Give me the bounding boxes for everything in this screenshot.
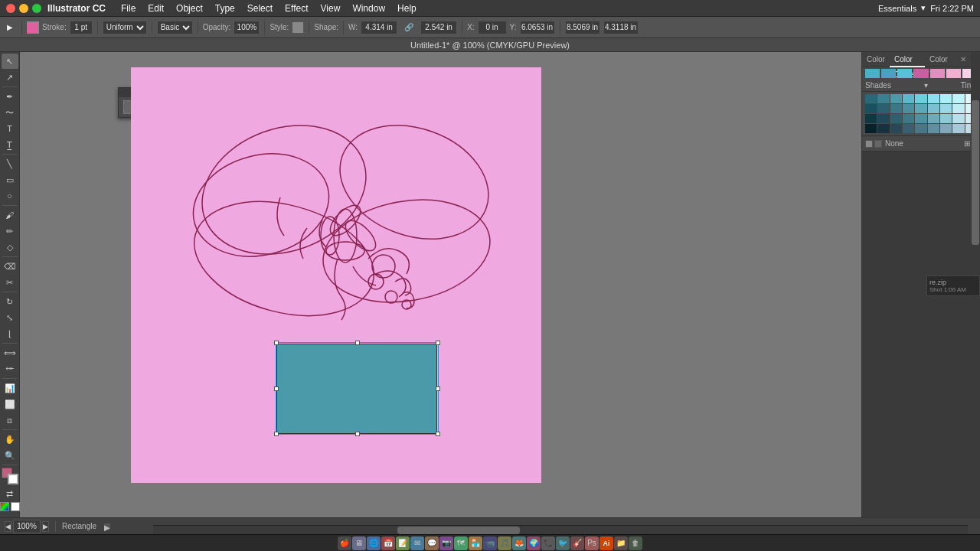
shade-29[interactable] (890, 124, 902, 133)
tb-h2-value[interactable] (603, 21, 639, 34)
h-scroll-bottom[interactable] (153, 525, 968, 534)
dock-chrome[interactable]: 🌍 (527, 536, 541, 550)
minimize-button[interactable] (19, 4, 28, 13)
shade-4[interactable] (915, 94, 926, 103)
swatch-1[interactable] (865, 69, 880, 78)
maximize-button[interactable] (32, 4, 41, 13)
swatch-4[interactable] (913, 69, 928, 78)
panel-icon2[interactable] (874, 140, 882, 148)
tb-opacity-value[interactable] (234, 21, 260, 34)
v-scroll-thumb[interactable] (972, 100, 979, 245)
tb-width-value[interactable] (361, 21, 397, 34)
dock-finder[interactable]: 🍎 (338, 536, 351, 550)
tb-stroke-width[interactable] (70, 21, 93, 34)
tool-width[interactable]: ⟺ (2, 345, 18, 360)
tool-direct-select[interactable]: ↗ (2, 70, 18, 85)
zoom-out-btn[interactable]: ◀ (5, 521, 11, 532)
tool-rotate[interactable]: ↻ (2, 294, 18, 309)
shade-14[interactable] (928, 104, 939, 113)
tool-hand[interactable]: ✋ (2, 432, 18, 447)
shade-2[interactable] (890, 94, 902, 103)
status-arrow[interactable]: ▶ (104, 523, 110, 530)
menu-edit[interactable]: Edit (142, 0, 170, 17)
dock-mail[interactable]: ✉ (410, 536, 424, 550)
shade-16[interactable] (952, 104, 964, 113)
dock-notes[interactable]: 📝 (396, 536, 410, 550)
h-scroll-bottom-thumb[interactable] (397, 527, 520, 534)
shade-22[interactable] (915, 114, 926, 123)
shade-32[interactable] (928, 124, 939, 133)
tool-rect[interactable]: ▭ (2, 172, 18, 187)
fill-stroke-colors[interactable] (2, 468, 18, 484)
dock-music[interactable]: 🎵 (498, 536, 511, 550)
shade-30[interactable] (903, 124, 914, 133)
tool-type[interactable]: T (2, 121, 18, 136)
tool-scale[interactable]: ⤡ (2, 310, 18, 325)
tool-ellipse[interactable]: ○ (2, 188, 18, 204)
dropdown-arrow[interactable]: ▾ (924, 81, 928, 90)
dock-zoom[interactable]: 📞 (541, 536, 555, 550)
btn-color[interactable] (0, 502, 9, 511)
dock-itunes[interactable]: 🎸 (570, 536, 584, 550)
tb-select-tool[interactable]: ▶ (3, 20, 17, 35)
shade-6[interactable] (940, 94, 952, 103)
tb-x-value[interactable] (478, 21, 507, 34)
shade-10[interactable] (877, 104, 889, 113)
shade-9[interactable] (865, 104, 877, 113)
shade-34[interactable] (952, 124, 964, 133)
menu-select[interactable]: Select (241, 0, 279, 17)
shade-23[interactable] (928, 114, 939, 123)
swatch-2[interactable] (881, 69, 896, 78)
dock-appstore[interactable]: 🏪 (469, 536, 482, 550)
shade-21[interactable] (903, 114, 914, 123)
shade-7[interactable] (952, 94, 964, 103)
shade-27[interactable] (865, 124, 877, 133)
dock-calendar[interactable]: 📅 (381, 536, 395, 550)
shade-15[interactable] (940, 104, 952, 113)
tab-color-ther[interactable]: Color Ther (925, 52, 957, 67)
menu-object[interactable]: Object (170, 0, 209, 17)
color-mode-icon[interactable] (865, 140, 873, 148)
tb-stroke-style[interactable]: Uniform (103, 21, 147, 34)
btn-none[interactable] (11, 502, 20, 511)
dock-finder2[interactable]: 📁 (614, 536, 628, 550)
tool-column-graph[interactable]: 📊 (2, 380, 18, 396)
dock-safari[interactable]: 🌐 (367, 536, 381, 550)
dock-photos[interactable]: 📷 (439, 536, 453, 550)
tool-pen[interactable]: ✒ (2, 89, 18, 104)
menu-window[interactable]: Window (346, 0, 391, 17)
shade-12[interactable] (903, 104, 914, 113)
tool-zoom[interactable]: 🔍 (2, 448, 18, 463)
close-button[interactable] (6, 4, 15, 13)
menu-file[interactable]: File (115, 0, 142, 17)
tb-w2-value[interactable] (565, 21, 600, 34)
shade-24[interactable] (940, 114, 952, 123)
canvas-area[interactable]: ✕ ≡ (20, 52, 861, 534)
shade-3[interactable] (903, 94, 914, 103)
dock-firefox[interactable]: 🦊 (512, 536, 526, 550)
menu-type[interactable]: Type (209, 0, 241, 17)
menu-help[interactable]: Help (391, 0, 423, 17)
panel-action-1[interactable]: ⊞ (964, 139, 970, 148)
shade-18[interactable] (865, 114, 877, 123)
shade-25[interactable] (952, 114, 964, 123)
selected-rectangle[interactable] (276, 344, 437, 434)
tool-blend[interactable]: ⬾ (2, 361, 18, 377)
tool-eraser[interactable]: ⌫ (2, 259, 18, 274)
menu-view[interactable]: View (315, 0, 347, 17)
shade-5[interactable] (928, 94, 939, 103)
tool-artboard[interactable]: ⬜ (2, 396, 18, 412)
tb-stroke-color[interactable] (27, 21, 39, 34)
panel-close-btn[interactable]: ✕ (957, 55, 969, 64)
shade-0[interactable] (865, 94, 877, 103)
workspace-name[interactable]: Essentials (878, 4, 916, 13)
swatch-6[interactable] (946, 69, 961, 78)
dock-facetime[interactable]: 📹 (483, 536, 497, 550)
stroke-color[interactable] (8, 474, 18, 484)
tool-slice[interactable]: ⧈ (2, 412, 18, 428)
tool-line[interactable]: ╲ (2, 156, 18, 171)
tool-warp[interactable]: ⌊ (2, 326, 18, 341)
tool-scissors[interactable]: ✂ (2, 275, 18, 290)
tool-swap-colors[interactable]: ⇄ (2, 486, 18, 501)
shade-33[interactable] (940, 124, 952, 133)
